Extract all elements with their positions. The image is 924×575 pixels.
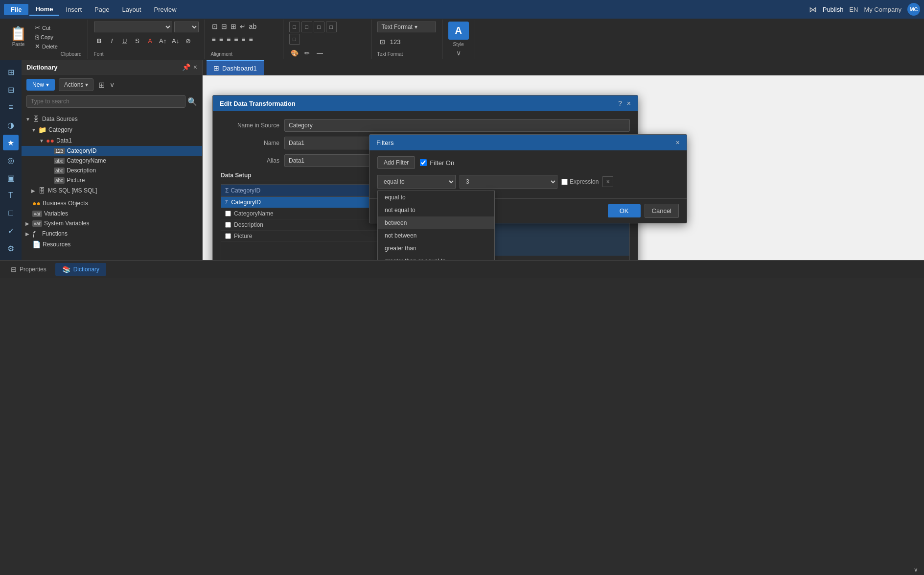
sidebar-icon-text[interactable]: T bbox=[3, 188, 19, 203]
new-button[interactable]: New ▾ bbox=[26, 79, 55, 91]
tree-picture[interactable]: abc Picture bbox=[22, 175, 202, 185]
tree-mssql[interactable]: ▶ 🗄 MS SQL [MS SQL] bbox=[22, 185, 202, 196]
wrap-text[interactable]: ↵ bbox=[239, 22, 247, 31]
align-top-right[interactable]: ⊞ bbox=[230, 22, 237, 31]
tf-btn2[interactable]: 123 bbox=[390, 36, 401, 47]
font-grow-btn[interactable]: A↑ bbox=[158, 35, 168, 46]
align-center[interactable]: ≡ bbox=[218, 34, 224, 44]
ds-row-check-1[interactable] bbox=[225, 211, 231, 216]
op-not-between[interactable]: not between bbox=[378, 229, 494, 242]
font-name-dropdown[interactable] bbox=[94, 22, 172, 32]
menu-preview[interactable]: Preview bbox=[148, 4, 182, 15]
tf-btn1[interactable]: ⊡ bbox=[377, 36, 388, 47]
italic-button[interactable]: I bbox=[107, 35, 117, 46]
border-btn-4[interactable]: □ bbox=[326, 22, 337, 32]
sidebar-icon-table[interactable]: ⊟ bbox=[3, 82, 19, 97]
menu-insert[interactable]: Insert bbox=[60, 4, 88, 15]
align-extra2[interactable]: ≡ bbox=[248, 34, 254, 44]
border-btn-2[interactable]: □ bbox=[301, 22, 312, 32]
ribbon-collapse-btn[interactable]: ∨ bbox=[914, 566, 918, 573]
border-style-btn[interactable]: — bbox=[315, 48, 325, 58]
cut-button[interactable]: ✂ Cut bbox=[33, 24, 60, 32]
align-top-center[interactable]: ⊟ bbox=[220, 22, 228, 31]
border-btn-1[interactable]: □ bbox=[289, 22, 300, 32]
op-not-equal-to[interactable]: not equal to bbox=[378, 204, 494, 216]
underline-button[interactable]: U bbox=[119, 35, 130, 46]
sidebar-icon-settings[interactable]: ⚙ bbox=[3, 240, 19, 256]
sidebar-icon-chart[interactable]: ◑ bbox=[3, 117, 19, 133]
tree-functions[interactable]: ▶ ƒ Functions bbox=[22, 228, 202, 239]
style-expand-icon[interactable]: ∨ bbox=[456, 49, 461, 57]
tree-data-sources[interactable]: ▼ 🗄 Data Sources bbox=[22, 114, 202, 124]
filter-on-checkbox[interactable] bbox=[420, 159, 427, 166]
tree-resources[interactable]: 📄 Resources bbox=[22, 239, 202, 250]
clear-format-btn[interactable]: ⊘ bbox=[183, 35, 194, 46]
pin-icon[interactable]: 📌 bbox=[182, 63, 190, 71]
align-extra[interactable]: ≡ bbox=[240, 34, 246, 44]
tree-data1[interactable]: ▼ ●● Data1 bbox=[22, 135, 202, 146]
text-format-dropdown[interactable]: Text Format ▾ bbox=[377, 22, 436, 32]
sidebar-icon-dashboard[interactable]: ⊞ bbox=[3, 64, 19, 80]
sidebar-icon-list[interactable]: ≡ bbox=[3, 99, 19, 115]
expand-view-button[interactable]: ⊞ bbox=[97, 79, 106, 91]
align-left[interactable]: ≡ bbox=[211, 34, 217, 44]
filter-value-select[interactable]: 3 bbox=[460, 175, 557, 189]
tree-category-id[interactable]: 123 CategoryID bbox=[22, 146, 202, 156]
tree-category-name[interactable]: abc CategoryName bbox=[22, 156, 202, 166]
tree-description[interactable]: abc Description bbox=[22, 166, 202, 175]
op-greater-than[interactable]: greater than bbox=[378, 242, 494, 255]
expression-checkbox[interactable] bbox=[561, 179, 568, 185]
sidebar-icon-filter[interactable]: ▣ bbox=[3, 170, 19, 186]
tree-variables[interactable]: var Variables bbox=[22, 209, 202, 218]
align-top-left[interactable]: ⊡ bbox=[211, 22, 219, 31]
menu-page[interactable]: Page bbox=[89, 4, 115, 15]
ab-btn[interactable]: ab bbox=[248, 22, 258, 31]
font-size-dropdown[interactable] bbox=[174, 22, 199, 32]
line-color-btn[interactable]: ✏ bbox=[302, 48, 313, 58]
align-justify[interactable]: ≡ bbox=[233, 34, 239, 44]
edt-help-icon[interactable]: ? bbox=[618, 99, 622, 107]
op-equal-to[interactable]: equal to bbox=[378, 191, 494, 204]
tree-system-variables[interactable]: ▶ var System Variables bbox=[22, 218, 202, 228]
border-btn-5[interactable]: □ bbox=[289, 34, 300, 45]
sidebar-icon-star[interactable]: ★ bbox=[3, 135, 19, 150]
bold-button[interactable]: B bbox=[94, 35, 105, 46]
strikethrough-button[interactable]: S bbox=[132, 35, 143, 46]
delete-button[interactable]: ✕ Delete bbox=[33, 42, 60, 50]
sidebar-icon-circle[interactable]: ◎ bbox=[3, 152, 19, 168]
bottom-tab-properties[interactable]: ⊟ Properties bbox=[4, 263, 53, 276]
menu-home[interactable]: Home bbox=[29, 3, 59, 16]
filter-delete-button[interactable]: × bbox=[602, 176, 613, 187]
tree-category[interactable]: ▼ 📁 Category bbox=[22, 124, 202, 135]
ds-row-check-2[interactable] bbox=[225, 222, 231, 228]
copy-button[interactable]: ⎘ Copy bbox=[33, 33, 60, 41]
menu-file[interactable]: File bbox=[4, 4, 28, 15]
filters-close-icon[interactable]: × bbox=[676, 139, 680, 146]
paste-button[interactable]: 📋 Paste bbox=[6, 24, 31, 50]
fill-color-btn[interactable]: 🎨 bbox=[289, 48, 300, 58]
sidebar-icon-ok[interactable]: ✓ bbox=[3, 223, 19, 239]
publish-button[interactable]: Publish bbox=[823, 6, 844, 13]
search-button[interactable]: 🔍 bbox=[187, 97, 197, 106]
menu-layout[interactable]: Layout bbox=[116, 4, 147, 15]
ok-button[interactable]: OK bbox=[608, 204, 641, 217]
tab-dashboard1[interactable]: ⊞ Dashboard1 bbox=[207, 60, 264, 75]
dict-chevron-btn[interactable]: ∨ bbox=[110, 81, 115, 89]
sidebar-icon-square[interactable]: □ bbox=[3, 205, 19, 221]
border-btn-3[interactable]: □ bbox=[314, 22, 324, 32]
add-filter-button[interactable]: Add Filter bbox=[377, 156, 415, 169]
actions-button[interactable]: Actions ▾ bbox=[59, 78, 93, 91]
op-between[interactable]: between bbox=[378, 216, 494, 229]
dict-close-icon[interactable]: × bbox=[193, 63, 197, 71]
share-icon[interactable]: ⋈ bbox=[809, 5, 817, 14]
cancel-button[interactable]: Cancel bbox=[645, 204, 679, 218]
name-in-source-input[interactable] bbox=[284, 119, 630, 132]
bottom-tab-dictionary[interactable]: 📚 Dictionary bbox=[55, 263, 106, 276]
tree-business-objects[interactable]: ●● Business Objects bbox=[22, 198, 202, 209]
operator-select[interactable]: equal to bbox=[377, 175, 456, 189]
search-input[interactable] bbox=[26, 95, 185, 108]
style-button[interactable]: A bbox=[448, 22, 469, 40]
ds-row-check-3[interactable] bbox=[225, 233, 231, 239]
align-right[interactable]: ≡ bbox=[226, 34, 231, 44]
op-greater-equal[interactable]: greater than or equal to bbox=[378, 255, 494, 260]
